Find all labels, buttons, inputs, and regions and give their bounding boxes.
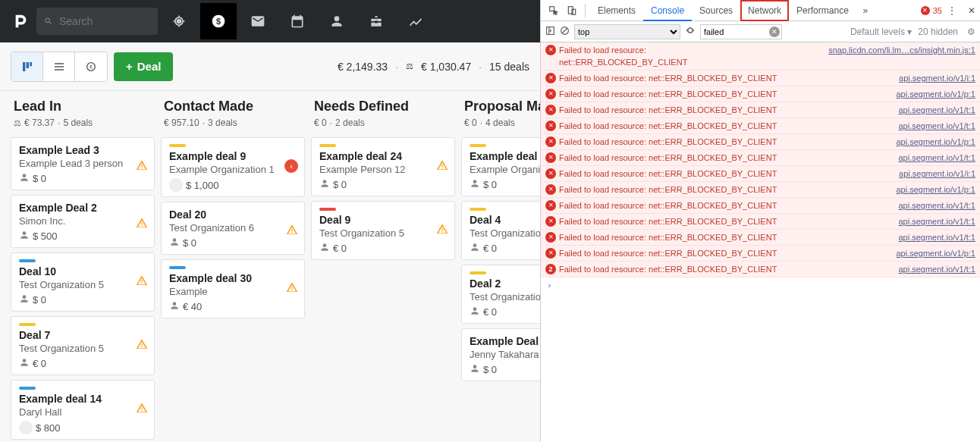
deal-card[interactable]: Example Deal 47Jenny Takahara$ 0: [461, 328, 540, 381]
deal-card[interactable]: Example deal 14Daryl Hall$ 800: [11, 380, 155, 440]
clear-filter-icon[interactable]: ✕: [769, 27, 780, 37]
devtools-tab-network[interactable]: Network: [740, 0, 789, 21]
target-icon[interactable]: [161, 3, 197, 39]
close-icon[interactable]: ✕: [968, 5, 975, 16]
error-count-badge[interactable]: ✕ 35: [921, 6, 942, 15]
logo-icon[interactable]: [9, 9, 33, 33]
person-icon[interactable]: [319, 3, 355, 39]
deal-footer: $ 800: [19, 421, 146, 434]
column-meta: € 957.10 · 3 deals: [164, 118, 302, 128]
deal-card[interactable]: Example deal 5Example Organization$ 0: [461, 137, 540, 196]
forecast-view-button[interactable]: €: [75, 52, 107, 81]
console-source-link[interactable]: snap.licdn.com/li.lm…cs/insight.min.js:1: [828, 44, 975, 68]
toggle-sidebar-icon[interactable]: [545, 26, 555, 38]
deal-title: Deal 20: [169, 208, 297, 221]
briefcase-icon[interactable]: [358, 3, 394, 39]
deal-card[interactable]: Example deal 24Example Person 12$ 0: [311, 137, 455, 196]
more-tabs-icon[interactable]: »: [858, 5, 873, 16]
console-source-link[interactable]: api.segment.io/v1/t:1: [898, 215, 975, 227]
devtools-tab-elements[interactable]: Elements: [590, 0, 643, 21]
console-source-link[interactable]: api.segment.io/v1/t:1: [898, 199, 975, 212]
console-error-row[interactable]: ✕Failed to load resource: net::ERR_BLOCK…: [541, 102, 980, 118]
gear-icon[interactable]: ⚙: [967, 27, 975, 37]
console-prompt[interactable]: ›: [541, 277, 980, 293]
console-error-row[interactable]: ✕Failed to load resource: net::ERR_BLOCK…: [541, 71, 980, 86]
deal-card[interactable]: Deal 7Test Organization 5€ 0: [11, 316, 155, 375]
deal-org: Example Organization 1: [169, 164, 297, 175]
deal-card[interactable]: Example Lead 3Example Lead 3 person$ 0: [11, 137, 155, 190]
console-error-row[interactable]: ✕Failed to load resource: net::ERR_BLOCK…: [541, 246, 980, 262]
hidden-count[interactable]: 20 hidden: [918, 27, 958, 37]
console-source-link[interactable]: api.segment.io/v1/p:1: [896, 136, 975, 148]
deal-org: Test Organization 5: [319, 227, 447, 239]
deal-card[interactable]: Deal 2Test Organization 5€ 0: [461, 265, 540, 324]
console-source-link[interactable]: api.segment.io/v1/t:1: [898, 120, 975, 132]
list-view-button[interactable]: [43, 52, 75, 81]
kanban-view-button[interactable]: [11, 52, 43, 81]
console-error-row[interactable]: ✕Failed to load resource: net::ERR_BLOCK…: [541, 214, 980, 230]
console-source-link[interactable]: api.segment.io/v1/i:1: [899, 168, 975, 180]
deal-footer: € 0: [319, 242, 447, 255]
console-source-link[interactable]: api.segment.io/v1/i:1: [899, 72, 975, 84]
console-source-link[interactable]: api.segment.io/v1/p:1: [896, 247, 975, 259]
activity-bar: [470, 271, 486, 274]
deal-org: Test Organization 6: [169, 222, 297, 234]
console-error-row[interactable]: ✕Failed to load resource: net::ERR_BLOCK…: [541, 166, 980, 182]
deal-card[interactable]: Deal 10Test Organization 5$ 0: [11, 252, 155, 312]
console-error-row[interactable]: ✕Failed to load resource: net::ERR_BLOCK…: [541, 118, 980, 134]
warning-icon: [286, 224, 298, 236]
devtools-tab-console[interactable]: Console: [643, 0, 692, 21]
person-icon: [19, 230, 30, 243]
console-error-row[interactable]: ✕Failed to load resource: net::ERR_BLOCK…: [541, 150, 980, 166]
calendar-icon[interactable]: [279, 3, 316, 39]
deal-title: Deal 10: [19, 265, 146, 277]
console-output[interactable]: ✕Failed to load resource: net::ERR_BLOCK…: [541, 42, 980, 442]
topbar: $: [0, 0, 540, 42]
console-error-row[interactable]: ✕Failed to load resource: net::ERR_BLOCK…: [541, 230, 980, 246]
deal-card[interactable]: Example Deal 2Simon Inc.$ 500: [11, 195, 155, 248]
deal-footer: $ 0: [319, 178, 447, 191]
person-icon: [470, 306, 480, 318]
deal-card[interactable]: Example deal 9Example Organization 1$ 1,…: [161, 137, 305, 197]
search-input[interactable]: [36, 8, 158, 35]
console-source-link[interactable]: api.segment.io/v1/t:1: [898, 263, 975, 275]
devtools-tab-performance[interactable]: Performance: [789, 0, 856, 21]
devtools-panel: ElementsConsoleSourcesNetworkPerformance…: [540, 0, 980, 442]
toolbar: € + Deal € 2,149.33 · ⚖ € 1,030.47 · 15 …: [0, 42, 540, 91]
console-source-link[interactable]: api.segment.io/v1/t:1: [898, 152, 975, 164]
console-error-row[interactable]: 2Failed to load resource: net::ERR_BLOCK…: [541, 262, 980, 277]
deal-amount: $ 0: [483, 179, 497, 190]
search-field[interactable]: [59, 15, 150, 27]
console-error-row[interactable]: ✕Failed to load resource: net::ERR_BLOCK…: [541, 134, 980, 150]
person-icon: [470, 178, 480, 191]
chart-icon[interactable]: [397, 3, 434, 39]
deal-card[interactable]: Deal 9Test Organization 5€ 0: [311, 201, 455, 260]
mail-icon[interactable]: [240, 3, 276, 39]
console-source-link[interactable]: api.segment.io/v1/p:1: [896, 88, 975, 100]
inspect-icon[interactable]: [545, 2, 562, 19]
devtools-tab-sources[interactable]: Sources: [692, 0, 740, 21]
console-source-link[interactable]: api.segment.io/v1/t:1: [898, 104, 975, 116]
person-icon: [319, 178, 330, 191]
deals-icon[interactable]: $: [200, 3, 237, 39]
deal-card[interactable]: Deal 4Test Organization 5€ 0: [461, 201, 540, 260]
context-select[interactable]: top: [574, 24, 680, 39]
clear-console-icon[interactable]: [560, 26, 570, 38]
error-icon: ✕: [545, 136, 556, 147]
deal-card[interactable]: Example deal 30Example€ 40: [161, 259, 305, 318]
console-error-row[interactable]: ✕Failed to load resource: net::ERR_BLOCK…: [541, 42, 980, 71]
live-expr-icon[interactable]: [685, 25, 696, 38]
device-icon[interactable]: [564, 2, 580, 19]
console-message: Failed to load resource: net::ERR_BLOCKE…: [559, 120, 892, 132]
console-source-link[interactable]: api.segment.io/v1/t:1: [898, 231, 975, 243]
deal-card[interactable]: Deal 20Test Organization 6$ 0: [161, 202, 305, 255]
console-error-row[interactable]: ✕Failed to load resource: net::ERR_BLOCK…: [541, 198, 980, 214]
console-source-link[interactable]: api.segment.io/v1/p:1: [896, 183, 975, 196]
error-count-icon: 2: [545, 264, 556, 274]
kebab-icon[interactable]: ⋮: [944, 2, 960, 19]
console-error-row[interactable]: ✕Failed to load resource: net::ERR_BLOCK…: [541, 86, 980, 102]
person-icon: [169, 237, 180, 249]
levels-select[interactable]: Default levels ▾: [850, 27, 912, 37]
console-error-row[interactable]: ✕Failed to load resource: net::ERR_BLOCK…: [541, 182, 980, 198]
add-deal-button[interactable]: + Deal: [114, 52, 173, 81]
